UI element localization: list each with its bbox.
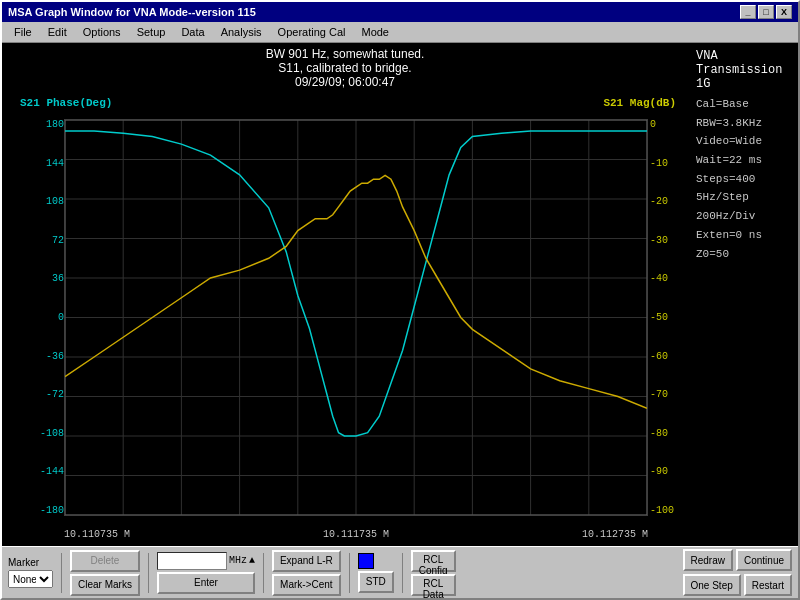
mhz-label: MHz: [229, 555, 247, 566]
std-button[interactable]: STD: [358, 571, 394, 593]
rcl-data-button[interactable]: RCL Data: [411, 574, 456, 596]
y-axis-left-labels: 180 144 108 72 36 0 -36 -72 -108 -144 -1…: [14, 119, 64, 516]
bottom-right-buttons: Redraw Continue One Step Restart: [683, 549, 793, 596]
maximize-button[interactable]: □: [758, 5, 774, 19]
expand-group: Expand L-R Mark->Cent: [272, 550, 341, 596]
main-window: MSA Graph Window for VNA Mode--version 1…: [0, 0, 800, 600]
x-label-left: 10.110735 M: [64, 529, 130, 540]
mark-cent-button[interactable]: Mark->Cent: [272, 574, 341, 596]
bottom-bar: Marker None Delete Clear Marks MHz ▲ Ent…: [2, 546, 798, 598]
main-content: BW 901 Hz, somewhat tuned. S11, calibrat…: [2, 43, 798, 546]
x-label-right: 10.112735 M: [582, 529, 648, 540]
delete-button[interactable]: Delete: [70, 550, 140, 572]
title-bar: MSA Graph Window for VNA Mode--version 1…: [2, 2, 798, 22]
separator-1: [61, 553, 62, 593]
marker-group: Marker None: [8, 557, 53, 588]
separator-4: [349, 553, 350, 593]
right-panel-title: VNA Transmission 1G: [696, 49, 790, 91]
right-panel: VNA Transmission 1G Cal=Base RBW=3.8KHz …: [688, 43, 798, 546]
y-axis-left-label: S21 Phase(Deg): [20, 97, 112, 109]
mhz-group: MHz ▲ Enter: [157, 552, 255, 594]
color-box: [358, 553, 374, 569]
rcl-group: RCL Config RCL Data: [411, 550, 456, 596]
separator-5: [402, 553, 403, 593]
graph-title-line2: S11, calibrated to bridge.: [2, 61, 688, 75]
mhz-arrow: ▲: [249, 555, 255, 566]
menu-options[interactable]: Options: [75, 24, 129, 40]
title-bar-buttons: _ □ X: [740, 5, 792, 19]
graph-title-line3: 09/29/09; 06:00:47: [2, 75, 688, 89]
mhz-input[interactable]: [157, 552, 227, 570]
separator-3: [263, 553, 264, 593]
menu-operating-cal[interactable]: Operating Cal: [270, 24, 354, 40]
one-step-button[interactable]: One Step: [683, 574, 741, 596]
top-right-row: Redraw Continue: [683, 549, 793, 571]
right-panel-info: Cal=Base RBW=3.8KHz Video=Wide Wait=22 m…: [696, 95, 790, 263]
menu-edit[interactable]: Edit: [40, 24, 75, 40]
menu-bar: File Edit Options Setup Data Analysis Op…: [2, 22, 798, 43]
graph-title: BW 901 Hz, somewhat tuned. S11, calibrat…: [2, 43, 688, 91]
graph-canvas: [65, 120, 647, 515]
y-axis-right-labels: 0 -10 -20 -30 -40 -50 -60 -70 -80 -90 -1…: [650, 119, 678, 516]
menu-setup[interactable]: Setup: [129, 24, 174, 40]
marker-label: Marker: [8, 557, 53, 568]
graph-area: BW 901 Hz, somewhat tuned. S11, calibrat…: [2, 43, 688, 546]
redraw-button[interactable]: Redraw: [683, 549, 733, 571]
menu-data[interactable]: Data: [173, 24, 212, 40]
continue-button[interactable]: Continue: [736, 549, 792, 571]
menu-analysis[interactable]: Analysis: [213, 24, 270, 40]
menu-file[interactable]: File: [6, 24, 40, 40]
window-title: MSA Graph Window for VNA Mode--version 1…: [8, 6, 256, 18]
std-group: STD: [358, 553, 394, 593]
rcl-config-button[interactable]: RCL Config: [411, 550, 456, 572]
clear-marks-button[interactable]: Clear Marks: [70, 574, 140, 596]
enter-button[interactable]: Enter: [157, 572, 255, 594]
graph-title-line1: BW 901 Hz, somewhat tuned.: [2, 47, 688, 61]
separator-2: [148, 553, 149, 593]
x-axis-labels: 10.110735 M 10.111735 M 10.112735 M: [64, 529, 648, 540]
menu-mode[interactable]: Mode: [353, 24, 397, 40]
marker-select[interactable]: None: [8, 570, 53, 588]
y-axis-right-label: S21 Mag(dB): [603, 97, 676, 109]
restart-button[interactable]: Restart: [744, 574, 792, 596]
bottom-right-row: One Step Restart: [683, 574, 793, 596]
delete-group: Delete Clear Marks: [70, 550, 140, 596]
minimize-button[interactable]: _: [740, 5, 756, 19]
expand-lr-button[interactable]: Expand L-R: [272, 550, 341, 572]
graph-container: S21 Phase(Deg) S21 Mag(dB) 180 144 108 7…: [12, 91, 678, 546]
x-label-center: 10.111735 M: [323, 529, 389, 540]
close-button[interactable]: X: [776, 5, 792, 19]
plot-area: [64, 119, 648, 516]
